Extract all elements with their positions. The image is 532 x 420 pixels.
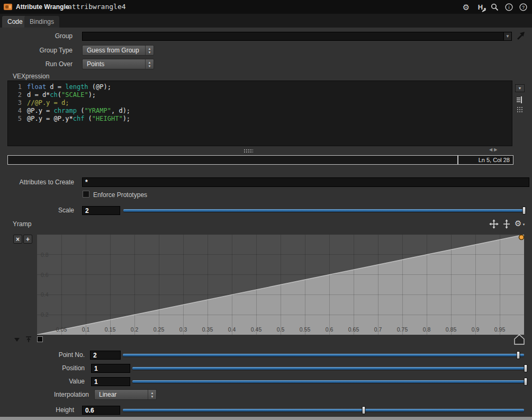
group-dropdown-icon[interactable]: ▼ — [503, 32, 511, 40]
run-over-dropdown[interactable]: Points ▲ ▼ — [82, 59, 154, 69]
scroll-right-icon[interactable]: ▶ — [494, 147, 499, 152]
ramp-graph[interactable]: 0.050.10.150.20.250.30.350.40.450.50.550… — [37, 235, 524, 335]
scale-slider[interactable] — [123, 206, 524, 215]
group-input[interactable]: ▼ — [82, 32, 512, 41]
editor-menu-icon[interactable]: ▼ — [515, 84, 525, 92]
enforce-prototypes-checkbox[interactable] — [83, 191, 89, 198]
svg-text:0.15: 0.15 — [105, 326, 116, 333]
ramp-point0-handle[interactable] — [37, 336, 43, 342]
slider-track[interactable] — [132, 367, 526, 370]
spinner-down-icon: ▼ — [148, 51, 151, 54]
scroll-left-icon[interactable]: ◀ — [489, 147, 494, 152]
svg-text:0.9: 0.9 — [472, 326, 480, 333]
gear-icon[interactable]: ⚙ — [462, 2, 471, 12]
node-type-title: Attribute Wrangle — [16, 0, 69, 14]
svg-text:0.2: 0.2 — [131, 326, 139, 333]
header: Attribute Wrangle attribwrangle4 ⚙ H i — [0, 0, 532, 14]
enforce-prototypes-label: Enforce Prototypes — [93, 191, 147, 199]
point-no-slider[interactable] — [123, 351, 524, 360]
height-slider[interactable] — [123, 406, 524, 415]
spinner-icon[interactable]: ▲ ▼ — [145, 46, 154, 55]
editor-drag-grip[interactable] — [517, 106, 523, 113]
ramp-add-point-button[interactable]: + — [23, 235, 32, 244]
height-input[interactable]: 0.6 — [82, 406, 120, 415]
value-label: Value — [0, 377, 85, 386]
spinner-down-icon: ▼ — [148, 65, 151, 68]
slider-handle[interactable] — [516, 351, 520, 359]
run-over-value: Points — [83, 59, 145, 69]
gear-glyph: ⚙ — [515, 219, 521, 228]
run-over-label: Run Over — [0, 60, 73, 69]
chevron-down-icon: ▼ — [522, 220, 526, 229]
point-no-input[interactable]: 2 — [90, 351, 121, 360]
editor-resize-grip[interactable] — [244, 149, 253, 154]
slider-track[interactable] — [132, 380, 526, 383]
status-bar — [7, 155, 458, 165]
svg-text:0.05: 0.05 — [56, 326, 67, 333]
slider-handle[interactable] — [524, 378, 528, 386]
attributes-to-create-input[interactable]: * — [82, 177, 529, 187]
svg-text:0.25: 0.25 — [154, 326, 165, 333]
chevron-down-icon: ▼ — [506, 34, 510, 39]
move-all-icon[interactable] — [489, 219, 499, 229]
position-slider[interactable] — [132, 364, 526, 373]
group-type-value: Guess from Group — [83, 46, 145, 55]
houdini-select-icon[interactable]: H — [476, 2, 485, 12]
window-resize-bar[interactable] — [0, 417, 532, 420]
svg-text:0.6: 0.6 — [41, 272, 49, 278]
svg-text:0.35: 0.35 — [202, 326, 213, 333]
move-frame-icon[interactable] — [502, 219, 511, 229]
spinner-icon[interactable]: ▲ ▼ — [148, 390, 156, 399]
spinner-up-icon: ▲ — [148, 61, 151, 64]
cursor-position-status: Ln 5, Col 28 — [458, 155, 513, 165]
tab-bindings[interactable]: Bindings — [24, 16, 59, 28]
ramp-flatten-icon[interactable] — [24, 335, 33, 344]
cursor-position-text: Ln 5, Col 28 — [479, 157, 510, 163]
search-icon[interactable] — [490, 2, 499, 12]
value-input[interactable]: 1 — [91, 377, 130, 386]
vex-code-editor[interactable]: 1float d = length (@P);2d = d*ch("SCALE"… — [7, 81, 512, 146]
interpolation-label: Interpolation — [0, 390, 89, 399]
slider-track[interactable] — [123, 409, 524, 412]
position-label: Position — [0, 364, 85, 373]
help-icon[interactable]: ? — [519, 2, 528, 12]
scale-input[interactable]: 2 — [82, 206, 120, 215]
spinner-icon[interactable]: ▲ ▼ — [145, 59, 154, 69]
svg-text:0.7: 0.7 — [374, 326, 382, 333]
ramp-gear-icon[interactable]: ⚙ ▼ — [515, 219, 521, 228]
svg-text:0.85: 0.85 — [446, 326, 457, 333]
spinner-up-icon: ▲ — [151, 391, 154, 395]
scale-value: 2 — [85, 207, 89, 215]
group-select-arrow-icon[interactable] — [515, 30, 527, 41]
svg-text:0.65: 0.65 — [348, 326, 359, 333]
group-type-dropdown[interactable]: Guess from Group ▲ ▼ — [82, 45, 154, 56]
plus-icon: + — [26, 236, 30, 243]
editor-scroll-arrows[interactable]: ◀▶ — [489, 147, 499, 152]
slider-track[interactable] — [123, 354, 524, 356]
slider-handle[interactable] — [362, 406, 365, 414]
value-slider[interactable] — [132, 377, 526, 386]
svg-text:0.6: 0.6 — [326, 326, 333, 333]
info-icon[interactable]: i — [504, 2, 513, 12]
position-input[interactable]: 1 — [91, 364, 130, 373]
svg-text:0.45: 0.45 — [251, 326, 262, 333]
attribwrangle-node-icon — [3, 2, 13, 12]
svg-text:0.8: 0.8 — [423, 326, 431, 333]
group-type-label: Group Type — [0, 46, 73, 55]
slider-handle[interactable] — [522, 207, 526, 215]
ramp-point1-handle[interactable] — [514, 334, 525, 345]
header-toolbar: ⚙ H i — [462, 0, 528, 14]
svg-text:0.1: 0.1 — [82, 326, 90, 333]
slider-handle[interactable] — [524, 364, 528, 372]
interpolation-dropdown[interactable]: Linear ▲ ▼ — [94, 389, 157, 400]
slider-track[interactable] — [123, 209, 524, 212]
vexpression-label: VEXpression — [13, 73, 49, 80]
attribute-wrangle-parameter-panel: Attribute Wrangle attribwrangle4 ⚙ H i — [0, 0, 532, 420]
ramp-presets-dropdown-icon[interactable] — [14, 338, 20, 342]
select-cursor-icon — [482, 8, 486, 12]
interpolation-value: Linear — [95, 390, 148, 399]
node-name-field[interactable]: attribwrangle4 — [68, 0, 126, 14]
position-value: 1 — [94, 365, 98, 372]
ramp-remove-point-button[interactable]: × — [13, 235, 22, 244]
expression-editor-icon[interactable] — [515, 95, 524, 104]
